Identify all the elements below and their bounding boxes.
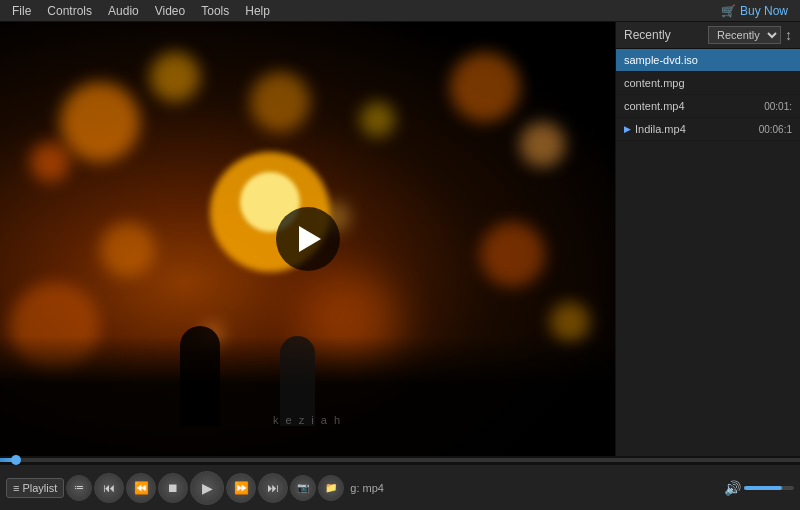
sidebar-dropdown[interactable]: Recently [708,26,781,44]
progress-area[interactable] [0,456,800,464]
playlist-item-0[interactable]: sample-dvd.iso [616,49,800,72]
item-duration-2: 00:01: [764,101,792,112]
stop-icon: ⏹ [167,481,179,495]
item-name-2: content.mp4 [624,100,760,112]
recently-label: Recently [624,28,704,42]
menu-audio[interactable]: Audio [100,2,147,20]
cart-icon: 🛒 [721,4,736,18]
rewind-button[interactable]: ⏪ [126,473,156,503]
right-controls: 🔊 [724,480,794,496]
fast-forward-button[interactable]: ⏩ [226,473,256,503]
stop-button[interactable]: ⏹ [158,473,188,503]
sidebar: Recently Recently ↕ sample-dvd.iso conte… [615,22,800,456]
playlist-toggle[interactable]: ≡ Playlist [6,478,64,498]
next-track-button[interactable]: ⏭ [258,473,288,503]
menu-file[interactable]: File [4,2,39,20]
sort-icon[interactable]: ↕ [785,27,792,43]
video-thumbnail: k e z i a h [0,22,615,456]
play-pause-icon: ▶ [202,480,213,496]
fast-forward-icon: ⏩ [234,481,249,495]
snapshot-icon: 📷 [297,482,309,493]
watermark: k e z i a h [273,414,342,426]
playlist-toggle-label: Playlist [22,482,57,494]
buy-now-button[interactable]: 🛒 Buy Now [713,2,796,20]
main-area: k e z i a h Recently Recently ↕ sample-d… [0,22,800,456]
menu-icon: ≡ [13,482,19,494]
menu-bar: File Controls Audio Video Tools Help 🛒 B… [0,0,800,22]
status-filename: g: mp4 [350,482,722,494]
progress-handle[interactable] [11,455,21,465]
menu-video[interactable]: Video [147,2,193,20]
prev-track-icon: ⏮ [103,481,115,495]
menu-tools[interactable]: Tools [193,2,237,20]
item-name-1: content.mpg [624,77,788,89]
volume-fill [744,486,782,490]
item-duration-3: 00:06:1 [759,124,792,135]
video-area: k e z i a h [0,22,615,456]
playlist-item-2[interactable]: content.mp4 00:01: [616,95,800,118]
buy-now-label: Buy Now [740,4,788,18]
open-folder-button[interactable]: 📁 [318,475,344,501]
playlist-eq-button[interactable]: ≔ [66,475,92,501]
play-indicator-3: ▶ [624,124,631,134]
menu-controls[interactable]: Controls [39,2,100,20]
rewind-icon: ⏪ [134,481,149,495]
playlist-item-3[interactable]: ▶ Indila.mp4 00:06:1 [616,118,800,141]
menu-help[interactable]: Help [237,2,278,20]
play-pause-button[interactable]: ▶ [190,471,224,505]
playlist-item-1[interactable]: content.mpg [616,72,800,95]
next-track-icon: ⏭ [267,481,279,495]
progress-track[interactable] [0,458,800,462]
sidebar-header: Recently Recently ↕ [616,22,800,49]
item-name-3: Indila.mp4 [635,123,755,135]
volume-icon[interactable]: 🔊 [724,480,741,496]
status-area: g: mp4 [350,482,722,494]
prev-track-button[interactable]: ⏮ [94,473,124,503]
snapshot-button[interactable]: 📷 [290,475,316,501]
item-name-0: sample-dvd.iso [624,54,788,66]
controls-bar: ≡ Playlist ≔ ⏮ ⏪ ⏹ ▶ ⏩ ⏭ 📷 📁 g: mp4 🔊 [0,464,800,510]
play-button[interactable] [276,207,340,271]
folder-icon: 📁 [325,482,337,493]
playlist-eq-icon: ≔ [74,482,84,493]
volume-bar[interactable] [744,486,794,490]
